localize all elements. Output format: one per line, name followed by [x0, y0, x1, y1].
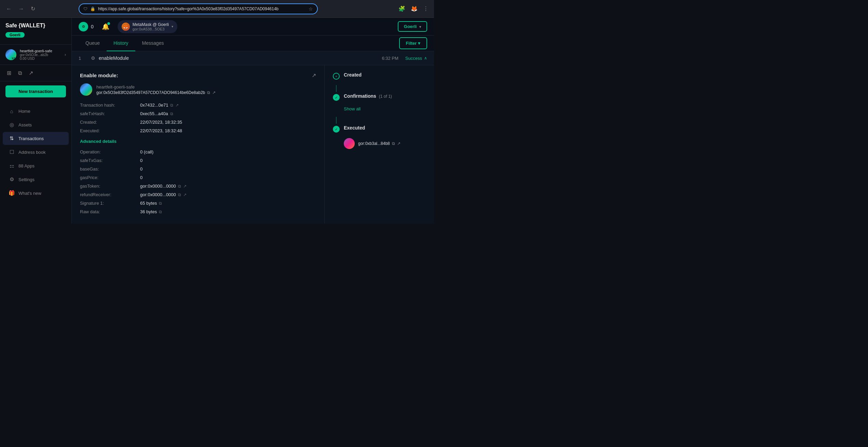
refund-receiver-label: refundReceiver:	[80, 192, 135, 197]
reload-button[interactable]: ↻	[29, 4, 37, 13]
confirmations-label: Confirmations	[344, 93, 376, 99]
timeline-line-2	[336, 117, 337, 124]
created-dot: +	[333, 73, 340, 80]
open-tx-hash-icon[interactable]: ↗	[175, 103, 179, 108]
copy-safe-tx-hash-icon[interactable]: ⧉	[170, 111, 173, 116]
copy-refund-receiver-icon[interactable]: ⧉	[178, 192, 181, 197]
metamask-info[interactable]: 🦊 MetaMask @ Goerli gor:0xA538...5OE3 ▾	[118, 20, 177, 33]
back-button[interactable]: ←	[4, 4, 14, 13]
show-all-link[interactable]: Show all	[344, 106, 426, 111]
section-title-text: Enable module:	[80, 72, 118, 78]
timeline-confirmations: ✓ Confirmations (1 of 1)	[333, 93, 426, 101]
gas-token-value: gor:0x0000...0000 ⧉ ↗	[140, 184, 316, 189]
metamask-chevron-icon: ▾	[172, 25, 173, 28]
sidebar-item-settings[interactable]: ⚙ Settings	[3, 173, 69, 186]
executed-title: Executed	[344, 125, 365, 131]
wallet-info[interactable]: heartfelt-goerli-safe gor:0x5O3e...ab2b …	[0, 45, 71, 65]
sidebar-item-assets[interactable]: ◎ Assets	[3, 118, 69, 131]
transactions-icon: ⇅	[8, 135, 15, 141]
executed-content: Executed	[344, 125, 365, 131]
safe-avatar	[80, 83, 92, 96]
transaction-row-header[interactable]: 1 ⚙ enableModule 6:32 PM Success ∧	[72, 51, 434, 65]
apps-label: 88 Apps	[18, 163, 35, 168]
filter-button[interactable]: Filter ▾	[399, 37, 427, 49]
executed-dot: ✓	[333, 126, 340, 133]
confirmations-count: (1 of 1)	[379, 94, 392, 99]
transaction-time: 6:32 PM	[382, 56, 398, 61]
network-chevron-icon: ▾	[419, 25, 421, 29]
sidebar-item-whats-new[interactable]: 🎁 What's new	[3, 187, 69, 200]
forward-button[interactable]: →	[16, 4, 26, 13]
base-gas-label: baseGas:	[80, 166, 135, 172]
transaction-detail-right: + Created ✓ Confirmations (1 of 1)	[325, 65, 434, 224]
profile-button[interactable]: 🦊	[409, 4, 419, 13]
open-external-button[interactable]: ↗	[27, 68, 35, 78]
tx-hash-text: 0x7432...0e71	[140, 103, 168, 108]
sidebar-item-transactions[interactable]: ⇅ Transactions	[3, 132, 69, 145]
settings-label: Settings	[18, 177, 35, 182]
copy-gas-token-icon[interactable]: ⧉	[178, 184, 181, 189]
safe-tx-hash-text: 0xec55...a40a	[140, 111, 168, 116]
avatar	[5, 49, 16, 60]
network-button[interactable]: Goerli ▾	[398, 21, 427, 32]
top-header: ⊙ 0 🔔 🦊 MetaMask @ Goerli gor:0xA538...5…	[72, 18, 434, 36]
address-book-label: Address book	[18, 150, 46, 155]
menu-button[interactable]: ⋮	[422, 4, 430, 13]
gas-price-value: 0	[140, 175, 316, 180]
sidebar-item-home[interactable]: ⌂ Home	[3, 105, 69, 118]
sidebar-item-apps[interactable]: ⚏ 88 Apps	[3, 159, 69, 172]
network-button-label: Goerli	[404, 24, 417, 29]
wallet-address: gor:0x5O3e...ab2b	[20, 53, 61, 57]
copy-tx-hash-icon[interactable]: ⧉	[170, 103, 173, 108]
refund-receiver-text: gor:0x0000...0000	[140, 192, 176, 197]
metamask-details: MetaMask @ Goerli gor:0xA538...5OE3	[133, 22, 169, 31]
confirmations-title: Confirmations (1 of 1)	[344, 93, 392, 99]
signature-label: Signature 1:	[80, 201, 135, 206]
show-all-text: Show all	[344, 106, 361, 111]
notification-button[interactable]: 🔔	[99, 22, 112, 32]
advanced-details-link[interactable]: Advanced details	[80, 139, 117, 144]
transaction-content: 1 ⚙ enableModule 6:32 PM Success ∧ Enabl…	[72, 51, 434, 224]
safe-details: heartfelt-goerli-safe gor:0x5O3e83fO2d35…	[96, 84, 216, 95]
wallet-actions: ⊞ ⧉ ↗	[0, 65, 71, 81]
sidebar-item-address-book[interactable]: ☐ Address book	[3, 146, 69, 159]
address-bar[interactable]: 🛡 🔒 https://app.safe.global/transactions…	[79, 3, 318, 14]
metamask-icon: 🦊	[122, 23, 130, 31]
url-text: https://app.safe.global/transactions/his…	[98, 6, 306, 11]
operation-value: 0 (call)	[140, 149, 316, 154]
open-address-icon[interactable]: ↗	[212, 90, 216, 95]
executor-avatar	[344, 138, 355, 149]
whats-new-icon: 🎁	[8, 190, 15, 196]
bookmark-icon[interactable]: ☆	[309, 6, 313, 12]
tab-queue[interactable]: Queue	[79, 36, 107, 51]
transaction-detail-left: Enable module: ↗ heartfelt-goerli-safe g…	[72, 65, 325, 224]
operation-label: Operation:	[80, 149, 135, 154]
copy-address-icon[interactable]: ⧉	[207, 90, 210, 95]
network-count: 0	[91, 24, 94, 29]
created-value: 22/07/2023, 18:32:35	[140, 120, 316, 125]
refund-receiver-value: gor:0x0000...0000 ⧉ ↗	[140, 192, 316, 197]
gas-token-text: gor:0x0000...0000	[140, 184, 176, 189]
grid-view-button[interactable]: ⊞	[5, 68, 13, 78]
safe-tx-hash-label: safeTxHash:	[80, 111, 135, 116]
open-executor-icon[interactable]: ↗	[397, 141, 401, 146]
open-gas-token-icon[interactable]: ↗	[183, 184, 187, 189]
executor-address-text: gor:0xb3al...84b8	[358, 141, 390, 146]
transaction-name: enableModule	[99, 55, 382, 61]
signature-value: 65 bytes ⧉	[140, 201, 316, 206]
chevron-right-icon: ›	[65, 52, 66, 57]
detail-title: Enable module: ↗	[80, 72, 316, 79]
created-title: Created	[344, 72, 362, 78]
share-button[interactable]: ↗	[312, 72, 316, 79]
extensions-button[interactable]: 🧩	[397, 4, 407, 13]
tab-messages[interactable]: Messages	[135, 36, 171, 51]
copy-signature-icon[interactable]: ⧉	[159, 201, 162, 206]
transactions-label: Transactions	[18, 136, 44, 141]
status-text: Success	[405, 56, 422, 61]
copy-address-button[interactable]: ⧉	[17, 68, 23, 78]
tab-history[interactable]: History	[107, 36, 135, 51]
new-transaction-button[interactable]: New transaction	[5, 85, 66, 97]
copy-executor-icon[interactable]: ⧉	[392, 141, 395, 146]
copy-raw-data-icon[interactable]: ⧉	[159, 209, 162, 214]
open-refund-receiver-icon[interactable]: ↗	[183, 192, 187, 197]
